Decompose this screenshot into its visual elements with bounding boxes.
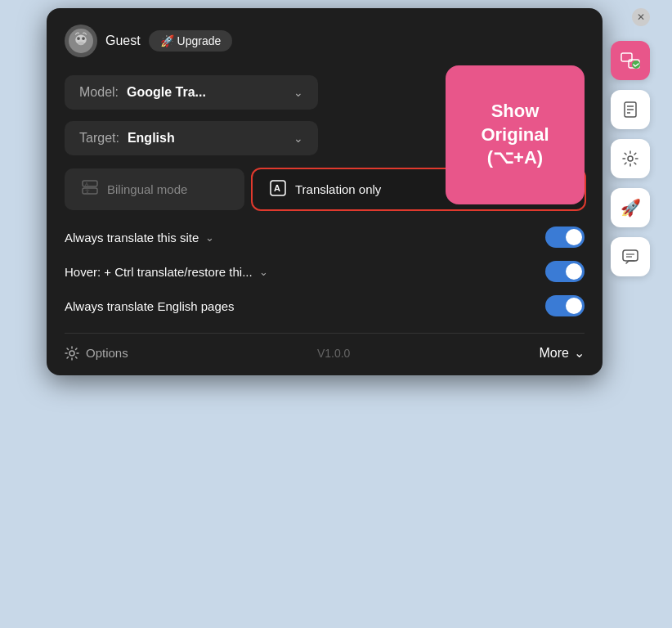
popup-panel: Guest 🚀 Upgrade Model: Google Tra... ⌄ S…: [47, 8, 603, 375]
always-translate-english-toggle[interactable]: [545, 295, 585, 316]
model-value: Google Tra...: [127, 85, 206, 100]
translate-active-button[interactable]: [611, 41, 650, 80]
target-selector[interactable]: Target: English ⌄: [65, 121, 318, 155]
hover-translate-toggle[interactable]: [545, 261, 585, 282]
version-label: V1.0.0: [317, 347, 350, 360]
rocket-icon: 🚀: [620, 198, 641, 218]
translation-only-icon: A: [269, 179, 287, 200]
footer: Options V1.0.0 More ⌄: [65, 333, 585, 361]
model-label: Model:: [79, 85, 119, 100]
translation-only-label: Translation only: [295, 182, 381, 196]
always-translate-label: Always translate this site ⌄: [65, 231, 214, 244]
model-selector[interactable]: Model: Google Tra... ⌄: [65, 75, 318, 110]
rocket-button[interactable]: 🚀: [611, 188, 650, 227]
svg-rect-20: [623, 250, 638, 261]
model-chevron-icon: ⌄: [293, 86, 303, 99]
svg-text:A: A: [274, 183, 280, 193]
options-button[interactable]: Options: [65, 346, 128, 361]
svg-text:A: A: [85, 182, 88, 186]
always-translate-english-row: Always translate English pages: [65, 295, 585, 316]
avatar: [65, 25, 97, 57]
bilingual-mode-label: Bilingual mode: [107, 182, 187, 196]
always-translate-toggle[interactable]: [545, 227, 585, 248]
svg-point-2: [77, 37, 80, 40]
svg-point-4: [78, 42, 84, 46]
hover-translate-row: Hover: + Ctrl translate/restore thi... ⌄: [65, 261, 585, 282]
sidebar: ✕: [611, 8, 650, 276]
hover-translate-label: Hover: + Ctrl translate/restore thi... ⌄: [65, 265, 268, 279]
hover-translate-chevron-icon: ⌄: [259, 266, 268, 278]
always-translate-chevron-icon: ⌄: [205, 231, 214, 244]
more-label: More: [540, 346, 569, 361]
target-value: English: [128, 131, 175, 146]
upgrade-button[interactable]: 🚀 Upgrade: [149, 30, 233, 52]
options-label: Options: [86, 346, 128, 360]
close-button[interactable]: ✕: [632, 8, 650, 26]
header: Guest 🚀 Upgrade: [65, 25, 585, 57]
close-icon: ✕: [637, 11, 645, 23]
chat-button[interactable]: [611, 237, 650, 276]
more-chevron-icon: ⌄: [574, 345, 585, 361]
target-chevron-icon: ⌄: [293, 132, 303, 145]
svg-point-19: [628, 156, 633, 161]
svg-text:文: 文: [85, 188, 90, 194]
show-original-button[interactable]: Show Original (⌥+A): [446, 65, 585, 204]
guest-label: Guest: [105, 34, 141, 48]
always-translate-row: Always translate this site ⌄: [65, 227, 585, 248]
more-button[interactable]: More ⌄: [540, 345, 585, 361]
bilingual-mode-button[interactable]: A 文 Bilingual mode: [65, 168, 244, 210]
settings-button[interactable]: [611, 139, 650, 178]
always-translate-english-label: Always translate English pages: [65, 299, 235, 313]
document-button[interactable]: [611, 90, 650, 129]
bilingual-icon: A 文: [81, 178, 99, 200]
svg-point-11: [69, 351, 74, 356]
target-label: Target:: [79, 131, 119, 146]
show-original-text: Show Original (⌥+A): [481, 100, 549, 170]
svg-point-3: [82, 37, 85, 40]
